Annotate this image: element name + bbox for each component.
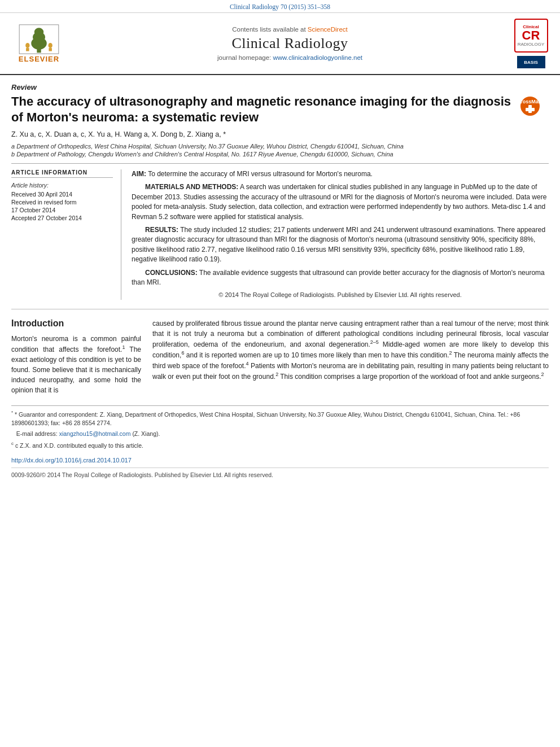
elsevier-logo: ELSEVIER <box>16 24 62 63</box>
svg-text:CrossMark: CrossMark <box>518 99 544 104</box>
article-section-label: Review <box>11 83 549 91</box>
intro-heading: Introduction <box>11 318 141 329</box>
doi-link[interactable]: http://dx.doi.org/10.1016/j.crad.2014.10… <box>11 457 132 464</box>
journal-title: Clinical Radiology <box>231 35 348 52</box>
authors-text: Z. Xu a, c, X. Duan a, c, X. Yu a, H. Wa… <box>11 130 226 138</box>
methods-label: MATERIALS AND METHODS: <box>145 183 238 191</box>
svg-rect-7 <box>49 48 52 51</box>
authors-line: Z. Xu a, c, X. Duan a, c, X. Yu a, H. Wa… <box>11 130 549 138</box>
aim-label: AIM: <box>132 170 146 178</box>
citation-text: Clinical Radiology 70 (2015) 351–358 <box>230 3 330 10</box>
journal-badge-area: Clinical CR RADIOLOGY BASIS <box>510 19 552 68</box>
conclusions-label: CONCLUSIONS: <box>145 269 198 277</box>
affiliations: a Department of Orthopedics, West China … <box>11 143 549 158</box>
article-title: The accuracy of ultrasonography and magn… <box>11 94 512 125</box>
cr-badge-bottom-text: RADIOLOGY <box>518 42 545 47</box>
received-date: Received 30 April 2014 <box>11 191 113 198</box>
sciencedirect-link[interactable]: ScienceDirect <box>308 26 348 33</box>
elsevier-tree-icon <box>16 24 62 55</box>
affiliation-a: a Department of Orthopedics, West China … <box>11 143 549 150</box>
homepage-url[interactable]: www.clinicalradiologyonline.net <box>273 54 362 61</box>
section-divider <box>11 309 549 309</box>
revised-date: 17 October 2014 <box>11 207 113 213</box>
article-info-heading: ARTICLE INFORMATION <box>11 169 113 178</box>
svg-rect-5 <box>26 48 29 51</box>
homepage-line: journal homepage: www.clinicalradiologyo… <box>217 54 362 61</box>
article-title-row: The accuracy of ultrasonography and magn… <box>11 94 549 125</box>
abstract-text: AIM: To determine the accuracy of MRI ve… <box>132 169 549 300</box>
intro-right-text: caused by proliferated fibrous tissue ar… <box>152 318 549 382</box>
svg-point-4 <box>25 43 29 48</box>
article-info-column: ARTICLE INFORMATION Article history: Rec… <box>11 169 121 300</box>
elsevier-logo-area: ELSEVIER <box>8 19 70 68</box>
abstract-copyright: © 2014 The Royal College of Radiologists… <box>132 291 549 300</box>
svg-rect-12 <box>526 108 535 111</box>
affiliation-b: b Department of Pathology, Chengdu Women… <box>11 151 549 158</box>
intro-right-column: caused by proliferated fibrous tissue ar… <box>152 318 549 395</box>
basis-badge: BASIS <box>517 56 545 68</box>
crossmark-badge: CrossMark <box>518 96 549 122</box>
footnote-email-label: E-mail address: <box>16 430 58 437</box>
revised-label: Received in revised form <box>11 199 113 206</box>
article-history-label: Article history: <box>11 182 113 189</box>
intro-left-text: Morton's neuroma is a common painful con… <box>11 334 141 395</box>
svg-point-6 <box>49 43 53 48</box>
cr-badge-letters: CR <box>522 29 540 42</box>
sciencedirect-line: Contents lists available at ScienceDirec… <box>232 26 348 33</box>
abstract-conclusions: CONCLUSIONS: The available evidence sugg… <box>132 268 549 288</box>
doi-line: http://dx.doi.org/10.1016/j.crad.2014.10… <box>11 456 549 465</box>
basis-badge-text: BASIS <box>524 60 537 65</box>
footnote-email-line: E-mail address: xiangzhou15@hotmail.com … <box>11 430 549 439</box>
article-info-abstract-row: ARTICLE INFORMATION Article history: Rec… <box>11 163 549 300</box>
abstract-column: AIM: To determine the accuracy of MRI ve… <box>132 169 549 300</box>
intro-left-column: Introduction Morton's neuroma is a commo… <box>11 318 141 395</box>
citation-bar: Clinical Radiology 70 (2015) 351–358 <box>0 0 560 13</box>
footnote-email-link[interactable]: xiangzhou15@hotmail.com <box>59 430 131 437</box>
abstract-methods: MATERIALS AND METHODS: A search was unde… <box>132 182 549 222</box>
svg-point-3 <box>34 28 44 36</box>
footnote-c: c c Z.X. and X.D. contributed equally to… <box>11 440 549 450</box>
accepted-date: Accepted 27 October 2014 <box>11 215 113 221</box>
aim-text: To determine the accuracy of MRI versus … <box>148 170 373 178</box>
abstract-aim: AIM: To determine the accuracy of MRI ve… <box>132 169 549 179</box>
results-text: The study included 12 studies; 217 patie… <box>132 226 545 263</box>
elsevier-wordmark: ELSEVIER <box>19 55 59 63</box>
bottom-copyright: 0009-9260/© 2014 The Royal College of Ra… <box>11 468 549 480</box>
introduction-section: Introduction Morton's neuroma is a commo… <box>11 318 549 395</box>
abstract-results: RESULTS: The study included 12 studies; … <box>132 225 549 265</box>
footnote-star: * * Guarantor and correspondent: Z. Xian… <box>11 409 549 428</box>
footnotes-area: * * Guarantor and correspondent: Z. Xian… <box>11 405 549 479</box>
journal-header-center: Contents lists available at ScienceDirec… <box>76 19 504 68</box>
crossmark-icon: CrossMark <box>518 96 549 120</box>
main-content: Review The accuracy of ultrasonography a… <box>0 83 560 479</box>
cr-badge: Clinical CR RADIOLOGY <box>514 19 548 53</box>
journal-header: ELSEVIER Contents lists available at Sci… <box>0 13 560 75</box>
footnote-email-name: (Z. Xiang). <box>132 430 160 437</box>
results-label: RESULTS: <box>145 226 178 234</box>
